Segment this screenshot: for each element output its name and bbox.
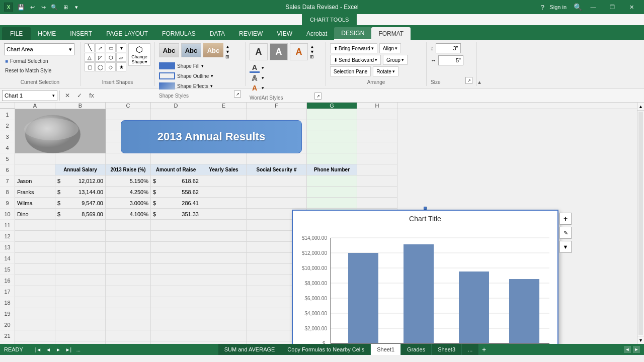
col-header-e[interactable]: E	[201, 103, 247, 109]
cell-d9[interactable]: $286.41	[151, 198, 201, 209]
cell-d5[interactable]	[151, 153, 201, 164]
cell-c15[interactable]	[106, 264, 151, 275]
cell-d12[interactable]	[151, 231, 201, 242]
row-header-21[interactable]: 21	[0, 330, 15, 341]
tab-grades[interactable]: Grades	[401, 344, 432, 355]
cell-d18[interactable]	[151, 297, 201, 308]
bar-dino[interactable]	[509, 279, 539, 343]
style-scroll[interactable]: ▲ ▼ ⊞	[225, 43, 233, 60]
cell-c9[interactable]: 3.000%	[106, 198, 151, 209]
cell-d8[interactable]: $558.62	[151, 187, 201, 198]
scroll-thumb[interactable]	[638, 112, 643, 335]
cell-g3[interactable]	[307, 131, 357, 142]
cell-h1[interactable]	[357, 109, 397, 120]
tab-first-btn[interactable]: |◄	[33, 344, 43, 355]
row-header-1[interactable]: 1	[0, 109, 15, 120]
extra-btn[interactable]: ⊞	[60, 2, 70, 12]
cell-b5[interactable]	[55, 153, 106, 164]
cell-c20[interactable]	[106, 319, 151, 330]
cell-c16[interactable]	[106, 275, 151, 286]
cell-d7[interactable]: $618.62	[151, 175, 201, 187]
cell-a5[interactable]	[15, 153, 55, 164]
shape-outline-btn[interactable]: Shape Outline	[177, 73, 209, 79]
send-backward-arrow[interactable]: ▾	[375, 57, 377, 62]
abc-style-3[interactable]: Abc	[203, 43, 223, 57]
cell-b13[interactable]	[55, 242, 106, 253]
send-backward-btn[interactable]: ⬇ Send Backward ▾	[330, 55, 381, 65]
cell-e14[interactable]	[201, 253, 247, 264]
shape-round-rect[interactable]: ▢	[85, 62, 95, 71]
cell-a13[interactable]	[15, 242, 55, 253]
window-controls[interactable]: ? Sign in 🔍 — ❐ ✕	[537, 0, 640, 14]
row-header-17[interactable]: 17	[0, 286, 15, 297]
cell-e9[interactable]	[201, 198, 247, 209]
bar-wilma[interactable]	[459, 272, 489, 343]
row-header-7[interactable]: 7	[0, 175, 15, 187]
cell-b7[interactable]: $12,012.00	[55, 175, 106, 187]
cell-f6-header[interactable]: Social Security #	[247, 164, 307, 175]
row-header-14[interactable]: 14	[0, 253, 15, 264]
restore-btn[interactable]: ❐	[604, 0, 621, 14]
tab-ellipsis[interactable]: ...	[73, 344, 84, 355]
cell-h8[interactable]	[357, 187, 397, 198]
cell-c5[interactable]	[106, 153, 151, 164]
cell-a6[interactable]	[15, 164, 55, 175]
cell-b11[interactable]	[55, 220, 106, 231]
tab-nav-controls[interactable]: |◄ ◄ ► ►| ...	[33, 344, 84, 355]
height-input[interactable]	[436, 43, 461, 53]
cell-a8-franks[interactable]: Franks	[15, 187, 55, 198]
row-header-13[interactable]: 13	[0, 242, 15, 253]
shape-effects-btn[interactable]: Shape Effects	[177, 83, 208, 89]
cell-d21[interactable]	[151, 330, 201, 341]
cell-e20[interactable]	[201, 319, 247, 330]
chart-add-btn[interactable]: +	[559, 213, 572, 225]
cell-b14[interactable]	[55, 253, 106, 264]
abc-style-2[interactable]: Abc	[181, 43, 201, 57]
tab-home[interactable]: HOME	[31, 27, 63, 40]
shape-tri1[interactable]: △	[85, 53, 95, 62]
cell-c14[interactable]	[106, 253, 151, 264]
cell-b9[interactable]: $9,547.00	[55, 198, 106, 209]
cell-h6[interactable]	[357, 164, 397, 175]
cell-g4[interactable]	[307, 142, 357, 153]
close-btn[interactable]: ✕	[623, 0, 640, 14]
row-header-18[interactable]: 18	[0, 297, 15, 308]
cell-d16[interactable]	[151, 275, 201, 286]
cell-g9[interactable]	[307, 198, 357, 209]
cell-e12[interactable]	[201, 231, 247, 242]
cell-a16[interactable]	[15, 275, 55, 286]
cell-c22[interactable]	[106, 341, 151, 344]
cell-d10[interactable]: $351.33	[151, 209, 201, 220]
tab-sheet3[interactable]: Sheet3	[432, 344, 462, 355]
cell-e16[interactable]	[201, 275, 247, 286]
cell-e19[interactable]	[201, 308, 247, 319]
row-header-16[interactable]: 16	[0, 275, 15, 286]
cell-c7[interactable]: 5.150%	[106, 175, 151, 187]
cell-c21[interactable]	[106, 330, 151, 341]
cell-b6-header[interactable]: Annual Salary	[55, 164, 106, 175]
save-btn[interactable]: 💾	[16, 2, 26, 12]
shape-effects-arrow[interactable]: ▾	[210, 83, 213, 88]
cell-e5[interactable]	[201, 153, 247, 164]
cell-g5[interactable]	[307, 153, 357, 164]
cell-h9[interactable]	[357, 198, 397, 209]
cell-b8[interactable]: $13,144.00	[55, 187, 106, 198]
tab-copy-formulas[interactable]: Copy Formulas to Nearby Cells	[281, 344, 371, 355]
shape-line[interactable]: ╲	[85, 43, 95, 52]
shape-outline-arrow[interactable]: ▾	[211, 73, 213, 78]
rotate-btn[interactable]: Rotate ▾	[373, 66, 398, 76]
cell-g7[interactable]	[307, 175, 357, 187]
cell-c10[interactable]: 4.100%	[106, 209, 151, 220]
tab-view[interactable]: VIEW	[270, 27, 299, 40]
tab-formulas[interactable]: FORMULAS	[155, 27, 203, 40]
cell-f1[interactable]	[247, 109, 307, 120]
row-header-12[interactable]: 12	[0, 231, 15, 242]
cell-e17[interactable]	[201, 286, 247, 297]
sheet-tabs[interactable]: SUM and AVERAGE Copy Formulas to Nearby …	[84, 344, 624, 355]
cell-a18[interactable]	[15, 297, 55, 308]
cell-e1[interactable]	[201, 109, 247, 120]
cell-g2[interactable]	[307, 120, 357, 131]
cell-a15[interactable]	[15, 264, 55, 275]
cell-c13[interactable]	[106, 242, 151, 253]
cell-d14[interactable]	[151, 253, 201, 264]
